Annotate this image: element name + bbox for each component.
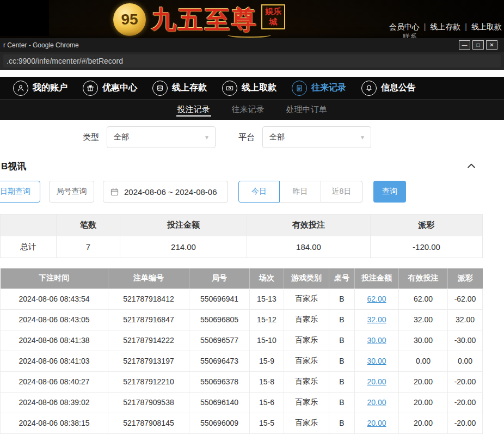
date-query-button[interactable]: 日期查询 bbox=[0, 181, 40, 203]
tab-transaction-records[interactable]: 往来记录 bbox=[231, 100, 266, 120]
bet-time: 2024-08-06 08:43:05 bbox=[1, 309, 108, 330]
bell-icon bbox=[361, 81, 377, 96]
logo-flourish bbox=[228, 32, 271, 38]
header-bet-amount: 投注金额 bbox=[355, 268, 399, 289]
game-type: 百家乐 bbox=[284, 371, 329, 392]
table-row: 2024-08-06 08:39:02 521787909538 5506961… bbox=[1, 392, 483, 413]
table-number: B bbox=[329, 371, 355, 392]
game-type: 百家乐 bbox=[284, 413, 329, 433]
section-title: B视讯 bbox=[1, 160, 26, 173]
maximize-button[interactable]: □ bbox=[472, 40, 484, 50]
tab-pending-orders[interactable]: 处理中订单 bbox=[285, 100, 328, 120]
minimize-button[interactable]: — bbox=[459, 40, 470, 50]
summary-payout: -120.00 bbox=[371, 236, 483, 258]
table-row: 2024-08-06 08:41:38 521787914222 5506965… bbox=[1, 330, 483, 351]
game-type: 百家乐 bbox=[284, 289, 329, 309]
nav-item-promotions[interactable]: 优惠中心 bbox=[75, 77, 145, 99]
summary-bet-amount: 214.00 bbox=[120, 236, 247, 258]
link-online-deposit[interactable]: 线上存款 bbox=[430, 22, 460, 31]
valid-bet: 0.00 bbox=[399, 351, 448, 371]
session: 15-8 bbox=[250, 371, 284, 392]
order-number: 521787914222 bbox=[108, 330, 189, 351]
table-number: B bbox=[329, 289, 355, 309]
summary-count: 7 bbox=[57, 236, 120, 258]
calendar-icon bbox=[110, 187, 119, 197]
bet-amount-link[interactable]: 20.00 bbox=[367, 398, 386, 407]
summary-header-payout: 派彩 bbox=[371, 215, 483, 236]
bet-time: 2024-08-06 08:40:27 bbox=[1, 371, 108, 392]
nav-item-online-deposit[interactable]: 线上存款 bbox=[145, 77, 214, 99]
address-bar[interactable]: .cc:9900/infe/mcenter/#/betRecord bbox=[3, 54, 501, 68]
link-member-center[interactable]: 会员中心 bbox=[389, 22, 420, 31]
link-online-withdraw[interactable]: 线上取款 bbox=[471, 22, 502, 31]
order-number: 521787918412 bbox=[108, 289, 189, 309]
session: 15-6 bbox=[250, 392, 284, 413]
chevron-down-icon: ▼ bbox=[204, 134, 210, 140]
header-order-number: 注单编号 bbox=[108, 268, 189, 289]
bet-time: 2024-08-06 08:41:03 bbox=[1, 351, 108, 371]
tab-bet-records[interactable]: 投注记录 bbox=[176, 100, 211, 120]
date-range-picker[interactable]: 2024-08-06 ~ 2024-08-06 bbox=[103, 181, 228, 203]
session: 15-13 bbox=[250, 289, 284, 309]
bet-time: 2024-08-06 08:38:15 bbox=[1, 413, 108, 433]
session: 15-12 bbox=[250, 309, 284, 330]
payout: -20.00 bbox=[448, 392, 483, 413]
search-button[interactable]: 查询 bbox=[373, 181, 406, 203]
bet-time: 2024-08-06 08:43:54 bbox=[1, 289, 108, 309]
bet-amount-link[interactable]: 62.00 bbox=[367, 295, 386, 303]
window-titlebar[interactable]: r Center - Google Chrome — □ ✕ bbox=[0, 38, 504, 52]
round-number: 550696140 bbox=[189, 392, 250, 413]
nav-item-announcements[interactable]: 信息公告 bbox=[354, 77, 423, 99]
type-select-value: 全部 bbox=[114, 132, 129, 142]
game-type: 百家乐 bbox=[284, 309, 329, 330]
game-type: 百家乐 bbox=[284, 351, 329, 371]
summary-header-row: 笔数 投注金额 有效投注 派彩 bbox=[1, 215, 483, 236]
payout: 32.00 bbox=[448, 309, 483, 330]
quick-range-group: 今日 昨日 近8日 bbox=[238, 181, 362, 203]
query-controls: 日期查询 局号查询 2024-08-06 ~ 2024-08-06 今日 昨日 … bbox=[0, 181, 504, 203]
order-number: 521787916847 bbox=[108, 309, 189, 330]
link-separator: | bbox=[465, 22, 467, 31]
collapse-section-button[interactable] bbox=[465, 160, 478, 173]
round-query-button[interactable]: 局号查询 bbox=[49, 181, 94, 203]
table-number: B bbox=[329, 351, 355, 371]
bet-amount-link[interactable]: 30.00 bbox=[367, 357, 386, 365]
summary-header-valid-bet: 有效投注 bbox=[247, 215, 371, 236]
session: 15-9 bbox=[250, 351, 284, 371]
platform-select[interactable]: 全部 ▼ bbox=[262, 126, 371, 148]
table-row: 2024-08-06 08:38:15 521787908145 5506960… bbox=[1, 413, 483, 433]
table-row: 2024-08-06 08:40:27 521787912210 5506963… bbox=[1, 371, 483, 392]
header-valid-bet: 有效投注 bbox=[399, 268, 448, 289]
nav-item-label: 信息公告 bbox=[381, 82, 416, 94]
table-number: B bbox=[329, 392, 355, 413]
payout: -20.00 bbox=[448, 413, 483, 433]
table-row: 2024-08-06 08:41:03 521787913197 5506964… bbox=[1, 351, 483, 371]
bet-amount-link[interactable]: 30.00 bbox=[367, 336, 386, 345]
member-nav: 我的账户 优惠中心 线上存款 bbox=[0, 77, 504, 99]
table-number: B bbox=[329, 413, 355, 433]
bet-amount-link[interactable]: 32.00 bbox=[367, 315, 386, 324]
nav-item-my-account[interactable]: 我的账户 bbox=[5, 77, 75, 99]
round-number: 550696577 bbox=[189, 330, 250, 351]
summary-table: 笔数 投注金额 有效投注 派彩 总计 7 214.00 184.00 -120.… bbox=[0, 214, 483, 258]
round-number: 550696009 bbox=[189, 413, 250, 433]
section-header: B视讯 bbox=[0, 158, 504, 174]
last-8-days-button[interactable]: 近8日 bbox=[321, 181, 362, 203]
yesterday-button[interactable]: 昨日 bbox=[280, 181, 321, 203]
header-payout: 派彩 bbox=[448, 268, 483, 289]
payout: 0.00 bbox=[448, 351, 483, 371]
summary-total-label: 总计 bbox=[1, 236, 57, 258]
nav-item-online-withdraw[interactable]: 线上取款 bbox=[214, 77, 284, 99]
records-header-row: 下注时间 注单编号 局号 场次 游戏类别 桌号 投注金额 有效投注 派彩 bbox=[1, 268, 483, 289]
type-select[interactable]: 全部 ▼ bbox=[107, 126, 216, 148]
bet-amount-link[interactable]: 20.00 bbox=[367, 419, 386, 427]
today-button[interactable]: 今日 bbox=[238, 181, 280, 203]
close-button[interactable]: ✕ bbox=[486, 40, 497, 50]
table-number: B bbox=[329, 309, 355, 330]
page-viewport: 我的账户 优惠中心 线上存款 bbox=[0, 70, 504, 435]
nav-item-transaction-records[interactable]: 往来记录 bbox=[284, 77, 354, 99]
logo-coin-icon: 95 bbox=[113, 3, 146, 36]
window-title: r Center - Google Chrome bbox=[3, 41, 79, 49]
nav-item-label: 往来记录 bbox=[311, 82, 346, 94]
bet-amount-link[interactable]: 20.00 bbox=[367, 377, 386, 386]
